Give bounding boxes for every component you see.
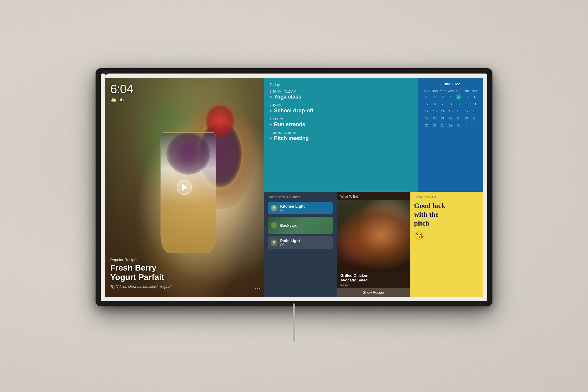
cal-day[interactable]: 27 [432, 122, 438, 128]
event-time: 6:30 AM - 7:15 AM [270, 90, 412, 93]
cal-day[interactable]: 16 [456, 108, 462, 114]
smart-home-title: Smart Home Favorites [268, 195, 333, 199]
top-right-section: Today 6:30 AM - 7:15 AM Yoga class 7:45 … [264, 78, 483, 192]
cal-day[interactable]: 4 [472, 94, 477, 100]
calendar-panel: June 2022 SUN MON TUE WED THU FRI SAT 29 [418, 78, 483, 192]
event-name: Run errands [270, 121, 412, 128]
kitchen-light-device[interactable]: 💡 Kitchen Light On [268, 202, 333, 214]
backyard-device-content: 🌿 Backyard [271, 222, 298, 228]
device-name: Patio Light [280, 238, 330, 243]
event-time: 7:45 AM [270, 104, 412, 107]
device-info: Kitchen Light On [280, 204, 330, 212]
events-title: Today [270, 82, 412, 87]
play-triangle-icon [182, 184, 188, 191]
device-name: Kitchen Light [280, 204, 330, 208]
cal-day[interactable]: 19 [424, 115, 430, 121]
cal-day[interactable]: 14 [440, 108, 446, 114]
cal-day[interactable]: 24 [464, 115, 470, 121]
cal-day[interactable]: 15 [448, 108, 454, 114]
calendar-title: June 2022 [423, 82, 478, 86]
event-name: School drop-off [270, 108, 412, 114]
temperature: 65° [118, 97, 126, 102]
cal-day[interactable]: 1 [448, 94, 454, 100]
cal-header-sun: SUN [423, 89, 430, 93]
right-panel: Today 6:30 AM - 7:15 AM Yoga class 7:45 … [264, 78, 483, 297]
device-status: Off [280, 243, 330, 246]
light-bulb-icon: 💡 [271, 239, 277, 246]
note-timestamp: Today, 5:51 AM [414, 195, 479, 199]
patio-light-device[interactable]: 💡 Patio Light Off [268, 236, 333, 249]
cal-day[interactable]: 1 [464, 122, 470, 128]
sticky-note-panel: Today, 5:51 AM Good luckwith thepitch 😘 [410, 192, 483, 297]
device-info: Backyard [280, 223, 298, 228]
tv-frame: 6:04 ⛅ 65° Popular Recipes Fresh BerryYo… [96, 68, 492, 306]
backyard-device[interactable]: 🌿 Backyard [268, 217, 333, 234]
cal-day[interactable]: 29 [448, 122, 454, 128]
event-time: 12:30 PM [270, 117, 412, 121]
cal-day[interactable]: 29 [424, 94, 430, 100]
event-item[interactable]: 3:30 PM - 4:30 PM Pitch meeting [270, 131, 412, 141]
cal-day[interactable]: 12 [424, 108, 430, 114]
note-text: Good luckwith thepitch [414, 201, 479, 228]
light-bulb-icon: 💡 [271, 205, 277, 211]
event-name: Yoga class [270, 94, 412, 100]
cal-day[interactable]: 20 [432, 115, 438, 121]
cal-day[interactable]: 17 [464, 108, 470, 114]
cal-header-tue: TUE [439, 89, 446, 93]
cal-day[interactable]: 10 [464, 101, 470, 107]
cal-day[interactable]: 28 [440, 122, 446, 128]
food-image [337, 200, 410, 271]
note-emoji: 😘 [414, 231, 479, 240]
event-item[interactable]: 7:45 AM School drop-off [270, 104, 412, 114]
cal-day[interactable]: 11 [472, 101, 477, 107]
cal-day[interactable]: 3 [464, 94, 470, 100]
cal-day[interactable]: 31 [440, 94, 446, 100]
cal-header-wed: WED [447, 89, 454, 93]
cal-header-thu: THU [455, 89, 462, 93]
weather-icon: ⛅ [110, 96, 117, 103]
event-item[interactable]: 12:30 PM Run errands [270, 117, 412, 128]
device-name: Backyard [280, 223, 298, 228]
food-content: What To Eat Grilled ChickenAvocado Salad… [337, 192, 410, 297]
cal-day[interactable]: 13 [432, 108, 438, 114]
cal-day[interactable]: 9 [456, 101, 462, 107]
what-to-eat-panel[interactable]: What To Eat Grilled ChickenAvocado Salad… [337, 192, 410, 297]
events-panel: Today 6:30 AM - 7:15 AM Yoga class 7:45 … [264, 78, 418, 192]
cal-day[interactable]: 21 [440, 115, 446, 121]
calendar-grid: SUN MON TUE WED THU FRI SAT 29 30 31 1 [423, 89, 478, 129]
food-dish-name: Grilled ChickenAvocado Salad [337, 271, 410, 283]
cal-day-today[interactable]: 2 [456, 94, 462, 100]
event-dot-icon [270, 96, 272, 98]
event-time: 3:30 PM - 4:30 PM [270, 131, 412, 135]
food-source: Kitchen [337, 284, 410, 288]
recipe-panel[interactable]: 6:04 ⛅ 65° Popular Recipes Fresh BerryYo… [105, 78, 264, 297]
cal-day[interactable]: 18 [472, 108, 477, 114]
recipe-category: Popular Recipes [110, 258, 171, 262]
cal-day[interactable]: 22 [448, 115, 454, 121]
cal-day[interactable]: 23 [456, 115, 462, 121]
device-status: On [280, 208, 330, 212]
dots-menu[interactable] [255, 288, 260, 289]
cal-day[interactable]: 8 [448, 101, 454, 107]
cal-day[interactable]: 7 [440, 101, 446, 107]
cal-header-sat: SAT [471, 89, 478, 93]
event-dot-icon [270, 124, 272, 126]
tv-inner: 6:04 ⛅ 65° Popular Recipes Fresh BerryYo… [101, 74, 487, 301]
event-name: Pitch meeting [270, 135, 412, 141]
cal-day[interactable]: 25 [472, 115, 477, 121]
cal-day[interactable]: 30 [432, 94, 438, 100]
time-display: 6:04 [110, 83, 133, 95]
play-button[interactable] [177, 180, 192, 195]
food-header: What To Eat [337, 192, 410, 200]
cal-day[interactable]: 5 [424, 101, 430, 107]
cal-day[interactable]: 6 [432, 101, 438, 107]
bottom-right-section: Smart Home Favorites 💡 Kitchen Light On [264, 192, 483, 297]
cal-day[interactable]: 2 [472, 122, 477, 128]
backyard-icon: 🌿 [271, 222, 277, 228]
event-item[interactable]: 6:30 AM - 7:15 AM Yoga class [270, 90, 412, 100]
show-recipe-button[interactable]: Show Recipe [337, 288, 410, 297]
food-visual [337, 200, 410, 271]
cal-day[interactable]: 30 [456, 122, 462, 128]
cal-day[interactable]: 26 [424, 122, 430, 128]
recipe-info: Popular Recipes Fresh BerryYogurt Parfai… [110, 258, 171, 288]
